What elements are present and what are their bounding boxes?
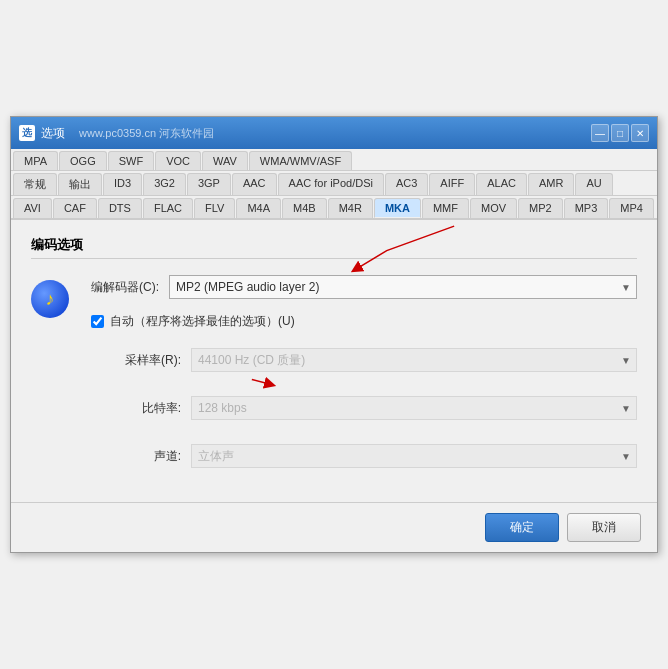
tab-swf[interactable]: SWF — [108, 151, 154, 170]
tab-general[interactable]: 常规 — [13, 173, 57, 195]
auto-checkbox-row: 自动（程序将选择最佳的选项）(U) — [91, 313, 637, 330]
sample-rate-row: 采样率(R): 44100 Hz (CD 质量) ▼ — [91, 348, 637, 372]
tab-voc[interactable]: VOC — [155, 151, 201, 170]
tab-amr[interactable]: AMR — [528, 173, 574, 195]
main-window: 选 选项 www.pc0359.cn 河东软件园 — □ ✕ MPA OGG S… — [10, 116, 658, 553]
tab-wav[interactable]: WAV — [202, 151, 248, 170]
sample-rate-label: 采样率(R): — [91, 352, 181, 369]
minimize-button[interactable]: — — [591, 124, 609, 142]
tab-mmf[interactable]: MMF — [422, 198, 469, 218]
auto-checkbox-label[interactable]: 自动（程序将选择最佳的选项）(U) — [110, 313, 295, 330]
window-title: 选项 — [41, 125, 65, 142]
tab-row-2: 常规 输出 ID3 3G2 3GP AAC AAC for iPod/DSi A… — [11, 171, 657, 196]
bottom-bar: 确定 取消 — [11, 502, 657, 552]
bitrate-row: 比特率: 128 kbps ▼ — [91, 396, 637, 420]
channels-label: 声道: — [91, 448, 181, 465]
tab-mp3[interactable]: MP3 — [564, 198, 609, 218]
tab-ac3[interactable]: AC3 — [385, 173, 428, 195]
bitrate-select[interactable]: 128 kbps — [191, 396, 637, 420]
section-title: 编码选项 — [31, 236, 637, 259]
codec-select-wrapper: MP2 (MPEG audio layer 2) ▼ — [169, 275, 637, 299]
channels-select[interactable]: 立体声 — [191, 444, 637, 468]
tab-caf[interactable]: CAF — [53, 198, 97, 218]
title-bar: 选 选项 www.pc0359.cn 河东软件园 — □ ✕ — [11, 117, 657, 149]
music-note-icon: ♪ — [46, 289, 55, 310]
tab-flv[interactable]: FLV — [194, 198, 235, 218]
tab-row-3: AVI CAF DTS FLAC FLV M4A M4B M4R MKA MMF… — [11, 196, 657, 219]
tab-mp2[interactable]: MP2 — [518, 198, 563, 218]
tab-mp4[interactable]: MP4 — [609, 198, 654, 218]
tab-mov[interactable]: MOV — [470, 198, 517, 218]
codec-label: 编解码器(C): — [91, 279, 159, 296]
channels-row: 声道: 立体声 ▼ — [91, 444, 637, 468]
codec-icon: ♪ — [31, 280, 71, 320]
tab-aac-ipod[interactable]: AAC for iPod/DSi — [278, 173, 384, 195]
tab-alac[interactable]: ALAC — [476, 173, 527, 195]
content-area: 编码选项 ♪ 编解码器(C): MP2 (MPEG audio layer 2)… — [11, 220, 657, 502]
tab-dts[interactable]: DTS — [98, 198, 142, 218]
tab-ogg[interactable]: OGG — [59, 151, 107, 170]
tab-m4a[interactable]: M4A — [236, 198, 281, 218]
cancel-button[interactable]: 取消 — [567, 513, 641, 542]
maximize-button[interactable]: □ — [611, 124, 629, 142]
tab-m4r[interactable]: M4R — [328, 198, 373, 218]
tab-mpa[interactable]: MPA — [13, 151, 58, 170]
tab-avi[interactable]: AVI — [13, 198, 52, 218]
tab-flac[interactable]: FLAC — [143, 198, 193, 218]
tab-output[interactable]: 输出 — [58, 173, 102, 195]
ok-button[interactable]: 确定 — [485, 513, 559, 542]
bitrate-label: 比特率: — [91, 400, 181, 417]
codec-select[interactable]: MP2 (MPEG audio layer 2) — [169, 275, 637, 299]
tab-m4b[interactable]: M4B — [282, 198, 327, 218]
tab-container: MPA OGG SWF VOC WAV WMA/WMV/ASF 常规 输出 ID… — [11, 149, 657, 220]
channels-select-wrapper: 立体声 ▼ — [191, 444, 637, 468]
watermark-text: www.pc0359.cn 河东软件园 — [79, 126, 214, 141]
tab-wma[interactable]: WMA/WMV/ASF — [249, 151, 352, 170]
tab-3gp[interactable]: 3GP — [187, 173, 231, 195]
tab-3g2[interactable]: 3G2 — [143, 173, 186, 195]
tab-mka[interactable]: MKA — [374, 198, 421, 218]
tab-au[interactable]: AU — [575, 173, 612, 195]
tab-row-1: MPA OGG SWF VOC WAV WMA/WMV/ASF — [11, 149, 657, 171]
title-bar-left: 选 选项 www.pc0359.cn 河东软件园 — [19, 125, 214, 142]
tab-aac[interactable]: AAC — [232, 173, 277, 195]
bitrate-select-wrapper: 128 kbps ▼ — [191, 396, 637, 420]
window-icon: 选 — [19, 125, 35, 141]
sample-rate-select[interactable]: 44100 Hz (CD 质量) — [191, 348, 637, 372]
tab-aiff[interactable]: AIFF — [429, 173, 475, 195]
tab-id3[interactable]: ID3 — [103, 173, 142, 195]
auto-checkbox[interactable] — [91, 315, 104, 328]
codec-row: 编解码器(C): MP2 (MPEG audio layer 2) ▼ — [91, 275, 637, 299]
title-bar-controls: — □ ✕ — [591, 124, 649, 142]
sample-rate-select-wrapper: 44100 Hz (CD 质量) ▼ — [191, 348, 637, 372]
close-button[interactable]: ✕ — [631, 124, 649, 142]
